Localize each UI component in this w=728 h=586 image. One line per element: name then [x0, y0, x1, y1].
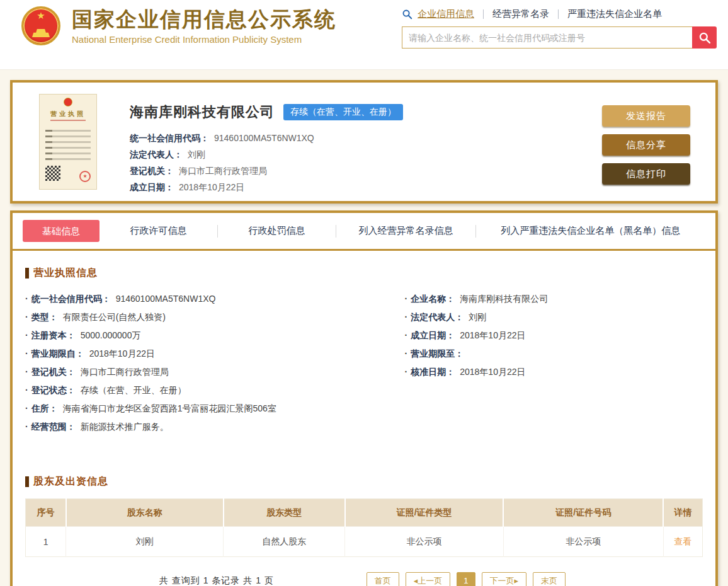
row-establish-date: 成立日期：2018年10月22日 — [405, 326, 703, 345]
record-count-summary: 共 查询到 1 条记录 共 1 页 — [159, 575, 274, 586]
row-label: 企业名称： — [411, 294, 455, 304]
shareholders-table: 序号 股东名称 股东类型 证照/证件类型 证照/证件号码 详情 1 刘刚 自然人… — [25, 498, 703, 557]
field-establish-date: 成立日期：2018年10月22日 — [130, 179, 403, 195]
field-label: 统一社会信用代码： — [130, 133, 209, 143]
pagination-next-button[interactable]: 下一页▸ — [482, 572, 527, 586]
license-red-line — [50, 120, 86, 121]
header-right: 企业信用信息 经营异常名录 严重违法失信企业名单 — [402, 7, 717, 49]
row-value: 海南库刚科技有限公司 — [460, 294, 548, 304]
pagination-prev-button[interactable]: ◂上一页 — [406, 572, 451, 586]
field-label: 登记机关： — [130, 166, 174, 176]
row-label: 注册资本： — [31, 330, 76, 340]
tab-basic-info[interactable]: 基础信息 — [23, 220, 100, 242]
view-detail-link[interactable]: 查看 — [674, 536, 691, 546]
license-emblem-icon — [64, 98, 72, 106]
cell-cert-type: 非公示项 — [345, 527, 504, 557]
pagination-row: 共 查询到 1 条记录 共 1 页 首页 ◂上一页 1 下一页▸ 末页 — [25, 572, 703, 586]
cell-detail: 查看 — [663, 527, 702, 557]
row-label: 登记机关： — [31, 367, 76, 377]
license-text-lines — [45, 126, 91, 164]
company-summary-card: 营业执照 海南库刚科技有限公司 存续（在营、开业、在册） 统一社会信用代码：91… — [10, 80, 718, 204]
pagination-first-button[interactable]: 首页 — [367, 572, 399, 586]
nav-link-enterprise-credit[interactable]: 企业信用信息 — [418, 8, 474, 20]
column-header-cert-number: 证照/证件号码 — [503, 499, 663, 527]
license-seal-icon — [79, 171, 91, 182]
national-emblem-logo: ★ — [21, 6, 60, 45]
license-section-title: 营业执照信息 — [25, 267, 703, 280]
license-info-right-column: 企业名称：海南库刚科技有限公司 法定代表人：刘刚 成立日期：2018年10月22… — [405, 290, 703, 436]
row-label: 经营范围： — [31, 422, 76, 432]
brand: ★ 国家企业信用信息公示系统 National Enterprise Credi… — [21, 6, 336, 45]
column-header-cert-type: 证照/证件类型 — [345, 499, 504, 527]
license-info-left-column: 统一社会信用代码：91460100MA5T6NW1XQ 类型：有限责任公司(自然… — [25, 290, 405, 436]
row-business-scope: 经营范围：新能源技术推广服务。 — [25, 418, 405, 436]
send-report-button[interactable]: 发送报告 — [602, 105, 690, 127]
field-value: 2018年10月22日 — [179, 182, 244, 192]
tab-bar: 基础信息 行政许可信息 行政处罚信息 列入经营异常名录信息 列入严重违法失信企业… — [13, 213, 715, 251]
field-value: 91460100MA5T6NW1XQ — [214, 133, 314, 143]
share-info-button[interactable]: 信息分享 — [602, 134, 690, 156]
row-value: 91460100MA5T6NW1XQ — [116, 294, 216, 304]
field-value: 刘刚 — [188, 149, 205, 159]
nav-divider — [483, 9, 484, 19]
cell-shareholder-name: 刘刚 — [66, 527, 224, 557]
row-legal-rep: 法定代表人：刘刚 — [405, 308, 703, 326]
company-info: 海南库刚科技有限公司 存续（在营、开业、在册） 统一社会信用代码：9146010… — [130, 103, 403, 195]
row-label: 营业期限至： — [411, 348, 464, 359]
cell-shareholder-type: 自然人股东 — [224, 527, 345, 557]
field-label: 成立日期： — [130, 182, 174, 192]
row-label: 成立日期： — [411, 330, 455, 340]
column-header-shareholder-name: 股东名称 — [66, 499, 224, 527]
row-label: 住所： — [31, 403, 58, 413]
row-value: 海南省海口市龙华区金贸西路1号富丽花园汇景阁506室 — [63, 403, 276, 413]
row-term-from: 营业期限自：2018年10月22日 — [25, 345, 405, 363]
detail-card: 基础信息 行政许可信息 行政处罚信息 列入经营异常名录信息 列入严重违法失信企业… — [10, 210, 718, 586]
table-row: 1 刘刚 自然人股东 非公示项 非公示项 查看 — [26, 527, 703, 557]
row-value: 刘刚 — [469, 312, 486, 322]
field-credit-code: 统一社会信用代码：91460100MA5T6NW1XQ — [130, 130, 403, 146]
license-info-grid: 统一社会信用代码：91460100MA5T6NW1XQ 类型：有限责任公司(自然… — [25, 290, 703, 436]
pagination-last-button[interactable]: 末页 — [533, 572, 566, 586]
search-bar — [402, 26, 717, 49]
cell-cert-number: 非公示项 — [503, 527, 663, 557]
field-legal-rep: 法定代表人：刘刚 — [130, 146, 403, 163]
row-address: 住所：海南省海口市龙华区金贸西路1号富丽花园汇景阁506室 — [25, 399, 405, 418]
site-subtitle: National Enterprise Credit Information P… — [72, 34, 336, 45]
row-value: 海口市工商行政管理局 — [81, 367, 169, 377]
site-header: ★ 国家企业信用信息公示系统 National Enterprise Credi… — [0, 0, 728, 70]
row-credit-code: 统一社会信用代码：91460100MA5T6NW1XQ — [25, 290, 405, 308]
tab-admin-penalty[interactable]: 行政处罚信息 — [218, 225, 336, 237]
print-info-button[interactable]: 信息打印 — [602, 163, 690, 185]
status-badge: 存续（在营、开业、在册） — [283, 104, 403, 120]
nav-divider — [558, 9, 559, 19]
star-icon: ★ — [37, 11, 45, 20]
tab-blacklist[interactable]: 列入严重违法失信企业名单（黑名单）信息 — [476, 225, 705, 237]
nav-link-abnormal-list[interactable]: 经营异常名录 — [492, 8, 549, 20]
row-value: 有限责任公司(自然人独资) — [63, 312, 166, 322]
row-label: 统一社会信用代码： — [31, 294, 111, 304]
column-header-shareholder-type: 股东类型 — [224, 499, 345, 527]
nav-row: 企业信用信息 经营异常名录 严重违法失信企业名单 — [402, 7, 717, 21]
pagination-current-page[interactable]: 1 — [457, 572, 475, 586]
company-name: 海南库刚科技有限公司 — [130, 103, 275, 122]
shareholders-section-title: 股东及出资信息 — [25, 475, 703, 488]
row-value: 5000.000000万 — [81, 330, 141, 340]
search-button[interactable] — [692, 26, 717, 49]
field-label: 法定代表人： — [130, 149, 183, 159]
gate-icon — [32, 29, 50, 37]
field-registration-authority: 登记机关：海口市工商行政管理局 — [130, 163, 403, 179]
row-label: 法定代表人： — [411, 312, 464, 322]
main-content: 营业执照 海南库刚科技有限公司 存续（在营、开业、在册） 统一社会信用代码：91… — [0, 70, 728, 586]
row-approval-date: 核准日期：2018年10月22日 — [405, 363, 703, 381]
brand-text: 国家企业信用信息公示系统 National Enterprise Credit … — [72, 7, 336, 45]
row-label: 登记状态： — [31, 385, 76, 395]
tab-admin-license[interactable]: 行政许可信息 — [100, 225, 217, 237]
row-registered-capital: 注册资本：5000.000000万 — [25, 326, 405, 345]
company-name-row: 海南库刚科技有限公司 存续（在营、开业、在册） — [130, 103, 403, 122]
nav-link-blacklist[interactable]: 严重违法失信企业名单 — [567, 8, 662, 20]
row-company-name: 企业名称：海南库刚科技有限公司 — [405, 290, 703, 308]
search-input[interactable] — [402, 26, 692, 49]
column-header-no: 序号 — [26, 499, 66, 527]
row-registration-status: 登记状态：存续（在营、开业、在册） — [25, 381, 405, 399]
tab-abnormal-list[interactable]: 列入经营异常名录信息 — [336, 225, 475, 237]
